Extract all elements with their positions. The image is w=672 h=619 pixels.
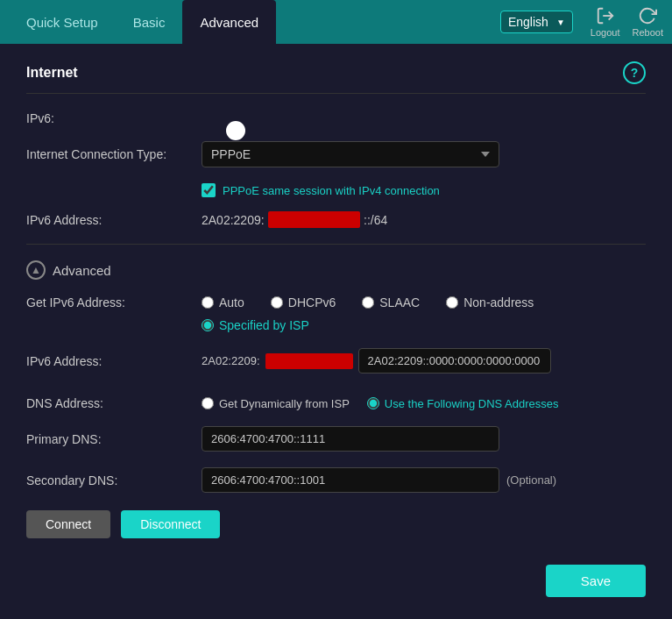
ipv6-input-redacted: XXXXXXXX	[265, 353, 353, 369]
ipv6-prefix: 2A02:2209:	[202, 213, 265, 227]
pppoe-checkbox-row: PPPoE same session with IPv4 connection	[202, 183, 646, 197]
save-button[interactable]: Save	[546, 565, 646, 597]
disconnect-button[interactable]: Disconnect	[121, 510, 220, 538]
connection-type-row: Internet Connection Type: PPPoE DHCP Sta…	[26, 141, 646, 167]
nav-quick-setup[interactable]: Quick Setup	[9, 0, 116, 44]
language-select[interactable]: English 中文 Español	[508, 15, 567, 29]
dns-following-option[interactable]: Use the Following DNS Addresses	[367, 397, 559, 410]
connect-button[interactable]: Connect	[26, 510, 110, 538]
top-navigation: Quick Setup Basic Advanced English 中文 Es…	[0, 0, 672, 44]
pppoe-checkbox-label: PPPoE same session with IPv4 connection	[223, 184, 440, 197]
ipv6-address-display: 2A02:2209: XXXXXXXX ::/64	[202, 211, 646, 228]
radio-slaac[interactable]: SLAAC	[362, 295, 420, 310]
ipv6-input-prefix: 2A02:2209:	[202, 354, 260, 367]
ipv6-suffix: ::/64	[364, 213, 387, 227]
secondary-dns-wrapper: (Optional)	[202, 467, 646, 493]
radio-specified-isp[interactable]: Specified by ISP	[202, 318, 309, 332]
get-ipv6-label: Get IPv6 Address:	[26, 295, 202, 310]
ipv6-redacted: XXXXXXXX	[268, 211, 360, 228]
dns-address-row: DNS Address: Get Dynamically from ISP Us…	[26, 396, 646, 410]
get-ipv6-options: Auto DHCPv6 SLAAC Non-address Specified …	[202, 295, 646, 332]
nav-basic[interactable]: Basic	[116, 0, 183, 44]
ipv6-addr-input-label: IPv6 Address:	[26, 354, 202, 368]
nav-advanced[interactable]: Advanced	[182, 0, 276, 44]
section-header: Internet ?	[26, 61, 646, 94]
radio-auto[interactable]: Auto	[202, 295, 244, 310]
advanced-toggle[interactable]: ▲ Advanced	[26, 260, 646, 280]
optional-label: (Optional)	[506, 473, 556, 487]
ipv6-radio-group: Auto DHCPv6 SLAAC Non-address Specified …	[202, 295, 646, 332]
secondary-dns-label: Secondary DNS:	[26, 473, 202, 487]
get-ipv6-row: Get IPv6 Address: Auto DHCPv6 SLAAC Non-…	[26, 295, 646, 332]
connection-type-select[interactable]: PPPoE DHCP Static IP	[202, 141, 499, 167]
primary-dns-row: Primary DNS:	[26, 426, 646, 452]
reboot-button[interactable]: Reboot	[633, 6, 663, 38]
language-selector-wrapper: English 中文 Español ▼	[500, 11, 573, 33]
ipv6-addr-input[interactable]	[358, 348, 551, 374]
primary-dns-label: Primary DNS:	[26, 432, 202, 446]
main-content: Internet ? IPv6: Internet Connection Typ…	[0, 44, 672, 619]
ipv6-address-row: IPv6 Address: 2A02:2209: XXXXXXXX ::/64	[26, 211, 646, 228]
help-icon[interactable]: ?	[623, 61, 646, 84]
primary-dns-input[interactable]	[202, 426, 499, 452]
advanced-toggle-label: Advanced	[53, 263, 111, 278]
secondary-dns-input[interactable]	[202, 467, 499, 493]
action-buttons-row: Connect Disconnect	[26, 510, 646, 538]
pppoe-checkbox[interactable]	[202, 183, 216, 197]
dns-address-label: DNS Address:	[26, 396, 202, 410]
collapse-arrow-icon: ▲	[26, 260, 46, 280]
logout-button[interactable]: Logout	[591, 6, 620, 38]
dns-dynamic-option[interactable]: Get Dynamically from ISP	[202, 397, 350, 410]
save-row: Save	[26, 565, 646, 597]
radio-non-address[interactable]: Non-address	[446, 295, 534, 310]
ipv6-address-label: IPv6 Address:	[26, 213, 202, 227]
ipv6-addr-input-row: IPv6 Address: 2A02:2209: XXXXXXXX	[26, 348, 646, 374]
connection-type-control: PPPoE DHCP Static IP	[202, 141, 646, 167]
connection-type-label: Internet Connection Type:	[26, 147, 202, 161]
radio-dhcpv6[interactable]: DHCPv6	[271, 295, 336, 310]
dns-options: Get Dynamically from ISP Use the Followi…	[202, 397, 646, 410]
secondary-dns-row: Secondary DNS: (Optional)	[26, 467, 646, 493]
section-title: Internet	[26, 65, 78, 81]
ipv6-addr-input-wrapper: 2A02:2209: XXXXXXXX	[202, 348, 646, 374]
ipv6-label: IPv6:	[26, 111, 202, 125]
primary-dns-wrapper	[202, 426, 646, 452]
ipv6-row: IPv6:	[26, 111, 646, 125]
